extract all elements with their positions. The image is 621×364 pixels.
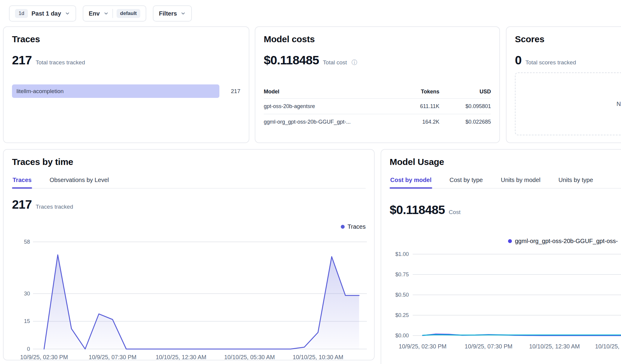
total-cost-metric: $0.118485 Total cost ⓘ <box>264 53 491 67</box>
svg-text:10/9/25, 07:30 PM: 10/9/25, 07:30 PM <box>89 354 136 360</box>
metric-label: Cost <box>449 209 460 216</box>
table-cell: 164.2K <box>394 119 439 125</box>
dashboard-page: 1d Past 1 day Env default Filters Traces… <box>0 0 621 364</box>
column-header: Tokens <box>394 89 439 95</box>
svg-text:15: 15 <box>24 318 30 324</box>
card-title: Model costs <box>264 34 491 44</box>
metric-value: $0.118485 <box>390 203 445 217</box>
svg-text:$0.75: $0.75 <box>395 272 409 277</box>
tab-units-by-model[interactable]: Units by model <box>500 177 541 188</box>
svg-text:$0.00: $0.00 <box>395 333 409 339</box>
chevron-down-icon <box>103 11 109 16</box>
traces-chart-legend: Traces <box>341 223 366 230</box>
legend-dot <box>341 225 345 229</box>
table-cell: ggml-org_gpt-oss-20b-GGUF_gpt-... <box>264 119 394 125</box>
svg-text:10/10/25, 12:30 AM: 10/10/25, 12:30 AM <box>156 354 206 360</box>
model-costs-table-header: ModelTokensUSD <box>264 85 491 98</box>
svg-text:0: 0 <box>27 346 30 352</box>
metric-value: 217 <box>12 53 32 67</box>
env-picker[interactable]: Env default <box>83 5 146 22</box>
time-range-badge: 1d <box>15 9 28 18</box>
env-selected-badge: default <box>117 9 141 18</box>
card-title: Traces <box>12 34 240 44</box>
bar-label: litellm-acompletion <box>12 88 64 95</box>
tab-cost-by-model[interactable]: Cost by model <box>390 177 432 188</box>
env-label: Env <box>89 10 100 17</box>
tab-units-by-type[interactable]: Units by type <box>558 177 594 188</box>
traces-by-time-chart: 583015010/9/25, 02:30 PM10/9/25, 07:30 P… <box>12 230 367 361</box>
svg-text:$0.25: $0.25 <box>395 312 409 318</box>
filters-button[interactable]: Filters <box>153 5 192 22</box>
model-costs-table: ModelTokensUSD gpt-oss-20b-agentsre611.1… <box>264 85 491 129</box>
model-usage-card: Model Usage Cost by model Cost by type U… <box>381 149 621 364</box>
table-cell: 611.11K <box>394 103 439 110</box>
traces-by-time-tabs: Traces Observations by Level <box>12 177 366 189</box>
filters-label: Filters <box>159 10 177 17</box>
bar-track: litellm-acompletion <box>12 84 219 98</box>
time-range-picker[interactable]: 1d Past 1 day <box>9 5 76 22</box>
svg-text:10/10/25, 10:30 AM: 10/10/25, 10:30 AM <box>293 354 343 360</box>
info-icon[interactable]: ⓘ <box>352 59 357 66</box>
scores-card: Scores 0 Total scores tracked No data <box>506 26 621 143</box>
column-header: Model <box>264 89 394 95</box>
svg-text:10/10/25, 05:30 AM: 10/10/25, 05:30 AM <box>224 354 275 360</box>
table-row: ggml-org_gpt-oss-20b-GGUF_gpt-...164.2K$… <box>264 114 491 129</box>
metric-value: 217 <box>12 198 32 212</box>
traces-total-metric: 217 Total traces tracked <box>12 53 240 67</box>
metric-label: Total scores tracked <box>525 59 576 66</box>
svg-text:10/10/25, 12:30 AM: 10/10/25, 12:30 AM <box>529 343 580 350</box>
svg-text:$1.00: $1.00 <box>395 251 409 257</box>
divider <box>112 9 113 18</box>
table-row: gpt-oss-20b-agentsre611.11K$0.095801 <box>264 98 491 114</box>
bar-fill: litellm-acompletion <box>12 84 219 98</box>
bar-value: 217 <box>223 88 240 95</box>
time-range-label: Past 1 day <box>31 10 61 17</box>
metric-label: Total cost <box>323 59 347 66</box>
legend-dot <box>508 239 512 243</box>
traces-card: Traces 217 Total traces tracked litellm-… <box>3 26 249 143</box>
card-title: Model Usage <box>390 157 621 167</box>
metric-value: 0 <box>515 53 521 67</box>
tab-observations-by-level[interactable]: Observations by Level <box>49 177 109 188</box>
svg-text:30: 30 <box>24 291 30 297</box>
metric-label: Total traces tracked <box>36 59 85 66</box>
filter-toolbar: 1d Past 1 day Env default Filters <box>9 5 192 22</box>
svg-text:$0.50: $0.50 <box>395 292 409 298</box>
table-cell: gpt-oss-20b-agentsre <box>264 103 394 110</box>
card-title: Traces by time <box>12 157 366 167</box>
model-costs-card: Model costs $0.118485 Total cost ⓘ Model… <box>255 26 500 143</box>
table-cell: $0.022685 <box>439 119 491 125</box>
chevron-down-icon <box>180 11 186 16</box>
tab-cost-by-type[interactable]: Cost by type <box>449 177 483 188</box>
svg-text:10/10/25, 05:30 AM: 10/10/25, 05:30 AM <box>595 343 621 350</box>
legend-label: Traces <box>348 223 366 230</box>
scores-total-metric: 0 Total scores tracked <box>515 53 621 67</box>
tab-traces[interactable]: Traces <box>12 177 32 188</box>
column-header: USD <box>439 89 491 95</box>
svg-text:58: 58 <box>24 239 30 245</box>
chevron-down-icon <box>65 11 70 16</box>
table-cell: $0.095801 <box>439 103 491 110</box>
model-usage-tabs: Cost by model Cost by type Units by mode… <box>390 177 621 189</box>
svg-text:10/9/25, 02:30 PM: 10/9/25, 02:30 PM <box>399 343 446 350</box>
trace-name-bar[interactable]: litellm-acompletion217 <box>12 84 240 98</box>
traces-bar-list: litellm-acompletion217 <box>12 84 240 98</box>
metric-value: $0.118485 <box>264 53 319 67</box>
model-usage-chart: $1.00$0.75$0.50$0.25$0.0010/9/25, 02:30 … <box>390 243 621 364</box>
svg-text:10/9/25, 02:30 PM: 10/9/25, 02:30 PM <box>20 354 68 360</box>
metric-label: Traces tracked <box>36 204 73 210</box>
usage-cost-metric: $0.118485 Cost <box>390 203 621 217</box>
empty-state-text: No data <box>617 101 621 107</box>
svg-text:10/9/25, 07:30 PM: 10/9/25, 07:30 PM <box>465 343 512 350</box>
traces-tracked-metric: 217 Traces tracked <box>12 198 366 212</box>
model-costs-table-body: gpt-oss-20b-agentsre611.11K$0.095801ggml… <box>264 98 491 129</box>
scores-empty-state: No data <box>515 72 621 135</box>
card-title: Scores <box>515 34 621 44</box>
traces-by-time-card: Traces by time Traces Observations by Le… <box>3 149 375 360</box>
